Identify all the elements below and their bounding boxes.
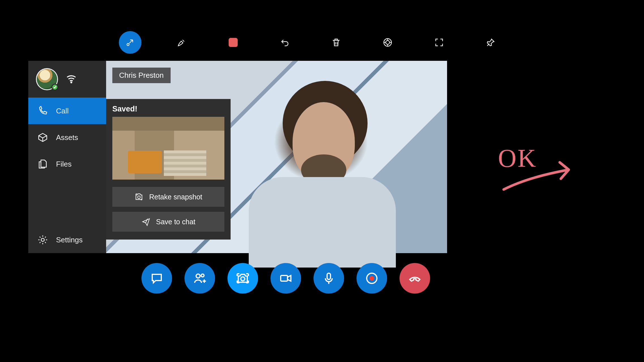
camera-icon (236, 272, 250, 285)
sidebar-item-label: Files (56, 160, 72, 169)
snapshot-status: Saved! (112, 105, 224, 113)
microphone-icon (322, 272, 336, 285)
svg-point-8 (241, 277, 245, 281)
call-controls (141, 263, 430, 294)
sidebar-item-call[interactable]: Call (28, 98, 106, 124)
collapse-icon (125, 37, 135, 48)
sidebar: Call Assets Files (28, 61, 106, 253)
stop-recording-button[interactable] (222, 31, 244, 54)
retake-snapshot-button[interactable]: Retake snapshot (112, 187, 224, 207)
stop-icon (229, 38, 238, 47)
video-icon (279, 272, 293, 285)
files-icon (37, 159, 48, 169)
svg-point-6 (196, 274, 200, 278)
svg-point-12 (370, 276, 374, 281)
sidebar-item-label: Settings (56, 236, 83, 244)
save-to-chat-button[interactable]: Save to chat (112, 212, 224, 232)
chat-button[interactable] (141, 263, 172, 294)
hangup-button[interactable] (400, 263, 430, 294)
svg-point-5 (138, 196, 140, 199)
sidebar-nav: Call Assets Files (28, 98, 106, 253)
wifi-icon (66, 73, 77, 85)
ink-text: OK (498, 144, 537, 172)
undo-button[interactable] (273, 31, 296, 54)
video-button[interactable] (271, 263, 301, 294)
svg-point-3 (71, 82, 72, 83)
call-window: Call Assets Files (28, 61, 447, 253)
sidebar-item-assets[interactable]: Assets (28, 124, 106, 151)
fullscreen-button[interactable] (428, 31, 450, 54)
snapshot-popup: Saved! Retake snapshot Save to chat (106, 99, 231, 240)
presence-badge (51, 84, 58, 90)
caller-name-text: Chris Preston (119, 71, 164, 79)
record-icon (365, 272, 379, 285)
add-people-button[interactable] (184, 263, 215, 294)
sidebar-item-settings[interactable]: Settings (28, 227, 106, 253)
hangup-icon (408, 272, 422, 285)
undo-icon (280, 37, 290, 48)
record-button[interactable] (357, 263, 387, 294)
ink-annotation: OK (498, 147, 583, 199)
collapse-button[interactable] (119, 31, 141, 54)
caller-name-badge: Chris Preston (112, 68, 171, 83)
package-icon (37, 132, 48, 143)
send-icon (141, 217, 151, 226)
gear-icon (37, 234, 48, 245)
svg-point-2 (386, 40, 390, 44)
snapshot-thumbnail[interactable] (112, 117, 224, 180)
microphone-button[interactable] (314, 263, 344, 294)
camera-retake-icon (134, 192, 143, 201)
pin-icon (486, 37, 496, 48)
svg-rect-10 (327, 273, 330, 279)
avatar[interactable] (37, 69, 57, 89)
whiteboard-toolbar (119, 31, 502, 54)
pen-icon (177, 37, 187, 48)
svg-rect-9 (281, 275, 287, 281)
save-to-chat-label: Save to chat (156, 218, 196, 226)
camera-settings-button[interactable] (376, 31, 399, 54)
phone-icon (37, 105, 48, 116)
sidebar-header (28, 61, 106, 98)
arrow-icon (504, 162, 569, 189)
pin-button[interactable] (479, 31, 502, 54)
snapshot-button[interactable] (227, 263, 258, 294)
sidebar-item-files[interactable]: Files (28, 151, 106, 177)
retake-snapshot-label: Retake snapshot (149, 193, 202, 201)
expand-icon (434, 37, 444, 48)
chat-icon (150, 272, 164, 285)
svg-point-4 (41, 238, 44, 241)
delete-button[interactable] (325, 31, 347, 54)
remote-participant-image (229, 72, 404, 253)
add-people-icon (193, 272, 207, 285)
trash-icon (331, 37, 341, 48)
pen-button[interactable] (170, 31, 193, 54)
svg-point-0 (127, 44, 129, 46)
sidebar-item-label: Assets (56, 133, 78, 142)
aperture-icon (383, 37, 393, 48)
svg-point-7 (201, 274, 204, 277)
sidebar-item-label: Call (56, 107, 69, 115)
